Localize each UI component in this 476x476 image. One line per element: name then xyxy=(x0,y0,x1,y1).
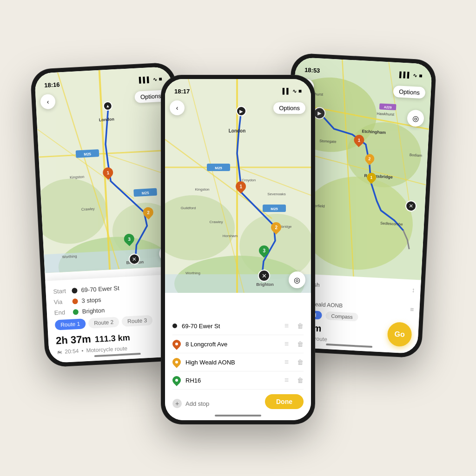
via1-label: 8 Longcroft Ave xyxy=(185,341,280,348)
delete-via3[interactable]: 🗑 xyxy=(297,377,304,384)
via-value-left: 3 stops xyxy=(81,296,101,304)
svg-text:Horsham: Horsham xyxy=(223,234,238,238)
svg-text:Sevenoaks: Sevenoaks xyxy=(267,192,286,196)
start-dot-left xyxy=(72,287,78,293)
dest-marker-right: ✕ xyxy=(405,200,416,212)
via1-pin xyxy=(171,338,182,350)
waypoint-via3-center: RH16 ≡ 🗑 xyxy=(172,371,304,390)
start-waypoint-label: 69-70 Ewer St xyxy=(182,323,280,330)
status-bar-center: 18:17 ▌▌ ∿ ■ xyxy=(165,79,311,99)
stop2-marker-left: 2 xyxy=(143,207,153,218)
dest-marker-left: ✕ xyxy=(128,253,140,265)
end-value-left: Brighton xyxy=(82,307,105,315)
signal-icon-left: ▌▌▌ xyxy=(139,76,151,83)
svg-text:Kingston: Kingston xyxy=(70,175,85,180)
stop2a-marker-right: 2 xyxy=(365,154,375,164)
via2-pin xyxy=(171,356,182,368)
drag-start[interactable]: ≡ xyxy=(284,322,289,330)
bottom-panel-center: 69-70 Ewer St ≡ 🗑 8 Longcroft Ave ≡ 🗑 xyxy=(165,312,311,420)
signal-right: ▌▌▌ xyxy=(399,71,411,78)
bike-icon-left: 🏍 xyxy=(56,349,62,356)
signal-center: ▌▌ xyxy=(283,88,291,94)
delete-via2[interactable]: 🗑 xyxy=(297,358,304,366)
svg-text:Bodiam: Bodiam xyxy=(410,153,423,158)
delete-via1[interactable]: 🗑 xyxy=(297,340,304,348)
via-dot-left xyxy=(72,298,78,304)
stop1-marker-right: 1 xyxy=(354,135,364,145)
wifi-center: ∿ xyxy=(292,88,297,94)
phones-container: M25 M25 London Kingston Crawley Brighton… xyxy=(38,29,438,447)
stop2-marker-center: 2 xyxy=(271,222,281,232)
time-center: 18:17 xyxy=(174,88,190,95)
stop1-marker-center: 1 xyxy=(236,181,246,192)
svg-text:M25: M25 xyxy=(84,152,92,157)
add-icon: + xyxy=(172,399,182,408)
sort-icon-right[interactable]: ↕ xyxy=(411,286,415,293)
home-indicator-center xyxy=(215,415,261,416)
add-stop-button[interactable]: + Add stop xyxy=(172,399,209,408)
add-stop-label: Add stop xyxy=(185,400,209,407)
drag-via2[interactable]: ≡ xyxy=(284,358,289,366)
compass-tab[interactable]: Compass xyxy=(325,311,358,322)
start-marker-center: ▶ xyxy=(236,106,246,116)
svg-text:M25: M25 xyxy=(142,191,150,196)
tab1-left[interactable]: Route 1 xyxy=(55,318,86,330)
start-dot-center xyxy=(172,324,177,328)
wifi-right: ∿ xyxy=(413,72,417,78)
via3-pin xyxy=(171,374,182,386)
drag-via3[interactable]: ≡ xyxy=(284,376,289,384)
distance-left: 111.3 km xyxy=(94,333,130,344)
location-button-center[interactable]: ◎ xyxy=(289,271,305,288)
svg-text:Stonegate: Stonegate xyxy=(319,139,337,144)
end-dot-left xyxy=(73,309,79,315)
stop2b-marker-right: 1 xyxy=(367,172,377,182)
options-button-right[interactable]: Options xyxy=(393,86,426,99)
svg-text:Guildford: Guildford xyxy=(181,206,196,210)
svg-text:Crawley: Crawley xyxy=(81,207,95,212)
wifi-icon-left: ∿ xyxy=(152,76,157,82)
waypoint-via2-center: High Weald AONB ≡ 🗑 xyxy=(172,353,304,371)
svg-text:Kingston: Kingston xyxy=(195,187,209,192)
svg-text:Worthing: Worthing xyxy=(185,271,200,275)
waypoint-start-center: 69-70 Ewer St ≡ 🗑 xyxy=(172,317,304,335)
route-type-left: Motorcycle route xyxy=(86,345,127,354)
svg-text:Worthing: Worthing xyxy=(62,254,77,259)
tab3-left[interactable]: Route 3 xyxy=(122,315,153,327)
via3-label: RH16 xyxy=(185,377,280,384)
time-left: 18:16 xyxy=(44,81,60,89)
done-button[interactable]: Done xyxy=(265,394,304,409)
bottom-actions-center: + Add stop Done xyxy=(172,394,304,409)
menu-icon-right[interactable]: ≡ xyxy=(410,305,414,313)
svg-text:Crawley: Crawley xyxy=(210,220,223,224)
svg-text:Brighton: Brighton xyxy=(256,282,274,287)
svg-text:M25: M25 xyxy=(215,166,222,170)
options-button-center[interactable]: Options xyxy=(273,102,305,114)
phone-center: M25 M25 London Kingston Crawley Brighton… xyxy=(161,75,315,424)
svg-text:M25: M25 xyxy=(271,207,278,211)
stop1-marker-left: 1 xyxy=(103,167,113,178)
dest-marker-center: ✕ xyxy=(258,270,270,282)
time-right: 18:53 xyxy=(304,66,320,74)
play-marker-right: ▶ xyxy=(313,107,326,119)
svg-text:London: London xyxy=(229,128,246,133)
route-tabs-left: Route 1 Route 2 Route 3 xyxy=(55,314,177,331)
drag-via1[interactable]: ≡ xyxy=(284,340,289,348)
duration-left: 2h 37m xyxy=(55,333,91,347)
svg-text:London: London xyxy=(99,117,114,122)
stop3-marker-left: 3 xyxy=(124,233,134,244)
depart-left: 20:54 xyxy=(65,348,79,355)
tab2-left[interactable]: Route 2 xyxy=(88,317,119,328)
start-marker-left: ▲ xyxy=(103,101,112,111)
via2-label: High Weald AONB xyxy=(185,359,280,366)
waypoint-via1-center: 8 Longcroft Ave ≡ 🗑 xyxy=(172,335,304,353)
battery-right: ■ xyxy=(419,73,423,79)
delete-start[interactable]: 🗑 xyxy=(297,322,304,330)
start-value-left: 69-70 Ewer St xyxy=(81,284,119,293)
back-button-center[interactable]: ‹ xyxy=(170,100,185,115)
battery-center: ■ xyxy=(298,88,302,94)
stop3-marker-center: 3 xyxy=(259,245,269,256)
battery-icon-left: ■ xyxy=(159,76,162,82)
svg-text:A229: A229 xyxy=(384,106,392,109)
